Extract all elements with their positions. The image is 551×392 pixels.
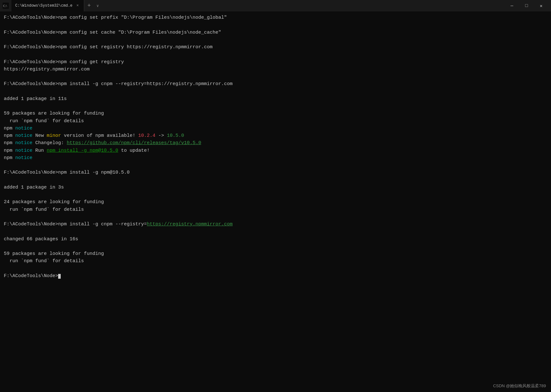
- command-text: npm config set prefix "D:\Program Files\…: [58, 15, 227, 20]
- terminal-body: F:\ACodeTools\Node>npm config set prefix…: [0, 11, 551, 392]
- tab-dropdown-button[interactable]: ∨: [94, 3, 101, 8]
- titlebar: C:\ C:\Windows\System32\cmd.e × + ∨ — □ …: [0, 0, 551, 11]
- command-text: npm install -g npm@10.5.0: [58, 170, 130, 175]
- version-from: 10.2.4: [138, 133, 155, 138]
- output-line: run `npm fund` for details: [4, 206, 547, 213]
- minor-label: minor: [47, 133, 61, 138]
- terminal-line: F:\ACodeTools\Node>npm config set cache …: [4, 29, 547, 36]
- tab-label: C:\Windows\System32\cmd.e: [15, 3, 72, 8]
- maximize-button[interactable]: □: [519, 0, 534, 11]
- output-line: run `npm fund` for details: [4, 117, 547, 125]
- output-line: 59 packages are looking for funding: [4, 110, 547, 117]
- notice-text: New: [32, 133, 47, 138]
- output-line: added 1 package in 11s: [4, 95, 547, 103]
- version-to: 10.5.0: [167, 133, 184, 138]
- changelog-link[interactable]: https://github.com/npm/cli/releases/tag/…: [67, 140, 201, 146]
- blank-line: [4, 73, 547, 80]
- cursor: [58, 274, 61, 279]
- notice-text: Changelog:: [32, 140, 67, 146]
- window: C:\ C:\Windows\System32\cmd.e × + ∨ — □ …: [0, 0, 551, 392]
- minimize-button[interactable]: —: [505, 0, 519, 11]
- window-controls: — □ ✕: [505, 0, 548, 11]
- notice-keyword: notice: [15, 133, 32, 138]
- command-text: npm config set registry https://registry…: [58, 44, 213, 50]
- close-button[interactable]: ✕: [534, 0, 548, 11]
- blank-line: [4, 36, 547, 43]
- notice-line: npm notice Run npm install -g npm@10.5.0…: [4, 147, 547, 154]
- command-text: npm config get registry: [58, 59, 124, 65]
- command-text: npm install -g cnpm --registry=https://r…: [58, 222, 233, 227]
- terminal-line: F:\ACodeTools\Node>npm install -g cnpm -…: [4, 80, 547, 88]
- command-text: npm install -g cnpm --registry=https://r…: [58, 81, 233, 87]
- output-line: added 1 package in 3s: [4, 184, 547, 191]
- notice-text2: version of npm available!: [61, 133, 138, 138]
- output-line: 59 packages are looking for funding: [4, 250, 547, 257]
- npm-label: npm: [4, 126, 15, 131]
- terminal-line: F:\ACodeTools\Node>npm config get regist…: [4, 58, 547, 66]
- prompt: F:\ACodeTools\Node>: [4, 81, 58, 87]
- blank-line: [4, 243, 547, 250]
- output-line: 24 packages are looking for funding: [4, 198, 547, 206]
- command-text: npm config set cache "D:\Program Files\n…: [58, 30, 221, 35]
- svg-text:C:\: C:\: [3, 4, 7, 8]
- arrow: ->: [155, 133, 167, 138]
- notice-text: Run: [32, 148, 47, 153]
- new-tab-button[interactable]: +: [84, 3, 94, 9]
- terminal-line: F:\ACodeTools\Node>npm install -g npm@10…: [4, 169, 547, 176]
- npm-label: npm: [4, 155, 15, 161]
- prompt: F:\ACodeTools\Node>: [4, 222, 58, 227]
- prompt: F:\ACodeTools\Node>: [4, 59, 58, 65]
- prompt: F:\ACodeTools\Node>: [4, 170, 58, 175]
- notice-keyword: notice: [15, 155, 32, 161]
- notice-line: npm notice Changelog: https://github.com…: [4, 139, 547, 147]
- notice-keyword: notice: [15, 148, 32, 153]
- npm-label: npm: [4, 140, 15, 146]
- terminal-line: F:\ACodeTools\Node>npm install -g cnpm -…: [4, 221, 547, 228]
- watermark: CSDN @她似晚风般温柔789: [493, 383, 546, 389]
- blank-line: [4, 265, 547, 272]
- output-line: changed 66 packages in 16s: [4, 236, 547, 243]
- prompt: F:\ACodeTools\Node>: [4, 273, 58, 279]
- notice-text3: to update!: [118, 148, 150, 153]
- terminal-line-active: F:\ACodeTools\Node>: [4, 272, 547, 280]
- cmd-icon: C:\: [3, 3, 9, 9]
- tab-close-button[interactable]: ×: [75, 3, 80, 8]
- blank-line: [4, 176, 547, 184]
- blank-line: [4, 88, 547, 95]
- terminal-line: F:\ACodeTools\Node>npm config set regist…: [4, 43, 547, 51]
- notice-line: npm notice: [4, 125, 547, 132]
- notice-keyword: notice: [15, 126, 32, 131]
- prompt: F:\ACodeTools\Node>: [4, 15, 58, 20]
- npm-label: npm: [4, 133, 15, 138]
- blank-line: [4, 228, 547, 235]
- output-line: run `npm fund` for details: [4, 257, 547, 265]
- notice-line: npm notice New minor version of npm avai…: [4, 132, 547, 139]
- prompt: F:\ACodeTools\Node>: [4, 30, 58, 35]
- active-tab[interactable]: C:\Windows\System32\cmd.e ×: [11, 0, 84, 11]
- blank-line: [4, 162, 547, 169]
- npm-label: npm: [4, 148, 15, 153]
- prompt: F:\ACodeTools\Node>: [4, 44, 58, 50]
- blank-line: [4, 103, 547, 110]
- update-command: npm install -g npm@10.5.0: [47, 148, 118, 153]
- blank-line: [4, 191, 547, 198]
- blank-line: [4, 213, 547, 221]
- notice-keyword: notice: [15, 140, 32, 146]
- blank-line: [4, 21, 547, 29]
- blank-line: [4, 51, 547, 58]
- notice-line: npm notice: [4, 154, 547, 162]
- terminal-line: F:\ACodeTools\Node>npm config set prefix…: [4, 14, 547, 21]
- output-line: https://registry.npmmirror.com: [4, 66, 547, 73]
- registry-link[interactable]: https://registry.npmmirror.com: [147, 222, 233, 227]
